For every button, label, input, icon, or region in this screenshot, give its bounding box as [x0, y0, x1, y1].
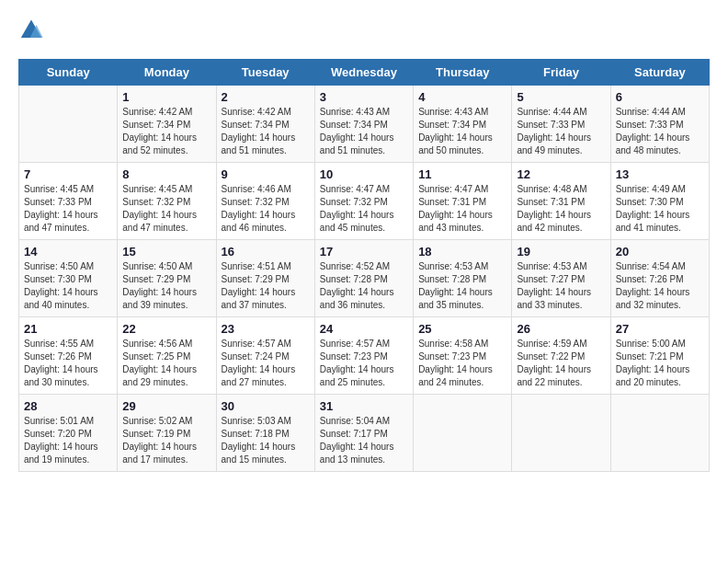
cell-details: Sunrise: 4:46 AMSunset: 7:32 PMDaylight:… [222, 183, 310, 235]
calendar-week-row: 21Sunrise: 4:55 AMSunset: 7:26 PMDayligh… [19, 317, 710, 395]
weekday-header: Tuesday [216, 60, 314, 86]
calendar-cell: 6Sunrise: 4:44 AMSunset: 7:33 PMDaylight… [610, 86, 709, 163]
cell-details: Sunrise: 4:42 AMSunset: 7:34 PMDaylight:… [122, 106, 210, 157]
calendar-cell: 17Sunrise: 4:52 AMSunset: 7:28 PMDayligh… [314, 240, 413, 317]
day-number: 22 [122, 322, 210, 336]
weekday-header: Monday [118, 60, 216, 86]
day-number: 14 [24, 245, 112, 259]
day-number: 30 [222, 399, 310, 413]
calendar-cell: 31Sunrise: 5:04 AMSunset: 7:17 PMDayligh… [314, 395, 413, 472]
calendar-cell: 27Sunrise: 5:00 AMSunset: 7:21 PMDayligh… [610, 317, 709, 395]
day-number: 3 [320, 90, 408, 104]
cell-details: Sunrise: 4:48 AMSunset: 7:31 PMDaylight:… [517, 183, 605, 235]
cell-details: Sunrise: 4:42 AMSunset: 7:34 PMDaylight:… [222, 106, 310, 157]
calendar-cell: 12Sunrise: 4:48 AMSunset: 7:31 PMDayligh… [512, 163, 610, 240]
cell-details: Sunrise: 4:53 AMSunset: 7:28 PMDaylight:… [418, 260, 506, 312]
day-number: 28 [24, 399, 112, 413]
day-number: 4 [418, 90, 506, 104]
cell-details: Sunrise: 4:49 AMSunset: 7:30 PMDaylight:… [616, 183, 704, 235]
calendar-week-row: 1Sunrise: 4:42 AMSunset: 7:34 PMDaylight… [19, 86, 710, 163]
calendar-cell: 3Sunrise: 4:43 AMSunset: 7:34 PMDaylight… [314, 86, 413, 163]
calendar-cell: 4Sunrise: 4:43 AMSunset: 7:34 PMDaylight… [414, 86, 512, 163]
calendar-table: SundayMondayTuesdayWednesdayThursdayFrid… [18, 59, 710, 472]
calendar-cell [19, 86, 118, 163]
calendar-cell: 11Sunrise: 4:47 AMSunset: 7:31 PMDayligh… [414, 163, 512, 240]
day-number: 21 [24, 322, 112, 336]
cell-details: Sunrise: 4:52 AMSunset: 7:28 PMDaylight:… [320, 260, 408, 312]
page-header [18, 18, 710, 44]
day-number: 7 [24, 167, 112, 181]
day-number: 31 [320, 399, 408, 413]
cell-details: Sunrise: 4:56 AMSunset: 7:25 PMDaylight:… [122, 338, 210, 389]
cell-details: Sunrise: 4:58 AMSunset: 7:23 PMDaylight:… [418, 338, 506, 389]
weekday-header: Saturday [610, 60, 709, 86]
calendar-week-row: 14Sunrise: 4:50 AMSunset: 7:30 PMDayligh… [19, 240, 710, 317]
day-number: 19 [517, 245, 605, 259]
day-number: 23 [222, 322, 310, 336]
weekday-header: Friday [512, 60, 610, 86]
calendar-cell: 7Sunrise: 4:45 AMSunset: 7:33 PMDaylight… [19, 163, 118, 240]
day-number: 27 [616, 322, 704, 336]
day-number: 18 [418, 245, 506, 259]
day-number: 12 [517, 167, 605, 181]
calendar-cell: 30Sunrise: 5:03 AMSunset: 7:18 PMDayligh… [216, 395, 314, 472]
calendar-cell: 19Sunrise: 4:53 AMSunset: 7:27 PMDayligh… [512, 240, 610, 317]
cell-details: Sunrise: 4:44 AMSunset: 7:33 PMDaylight:… [517, 106, 605, 157]
day-number: 8 [122, 167, 210, 181]
calendar-cell: 18Sunrise: 4:53 AMSunset: 7:28 PMDayligh… [414, 240, 512, 317]
calendar-cell [414, 395, 512, 472]
day-number: 24 [320, 322, 408, 336]
calendar-cell: 21Sunrise: 4:55 AMSunset: 7:26 PMDayligh… [19, 317, 118, 395]
calendar-cell: 20Sunrise: 4:54 AMSunset: 7:26 PMDayligh… [610, 240, 709, 317]
weekday-header: Thursday [414, 60, 512, 86]
calendar-cell: 1Sunrise: 4:42 AMSunset: 7:34 PMDaylight… [118, 86, 216, 163]
day-number: 16 [222, 245, 310, 259]
cell-details: Sunrise: 4:51 AMSunset: 7:29 PMDaylight:… [222, 260, 310, 312]
calendar-cell: 2Sunrise: 4:42 AMSunset: 7:34 PMDaylight… [216, 86, 314, 163]
calendar-week-row: 7Sunrise: 4:45 AMSunset: 7:33 PMDaylight… [19, 163, 710, 240]
calendar-cell: 5Sunrise: 4:44 AMSunset: 7:33 PMDaylight… [512, 86, 610, 163]
calendar-cell: 23Sunrise: 4:57 AMSunset: 7:24 PMDayligh… [216, 317, 314, 395]
cell-details: Sunrise: 4:43 AMSunset: 7:34 PMDaylight:… [418, 106, 506, 157]
day-number: 5 [517, 90, 605, 104]
cell-details: Sunrise: 4:43 AMSunset: 7:34 PMDaylight:… [320, 106, 408, 157]
day-number: 10 [320, 167, 408, 181]
day-number: 9 [222, 167, 310, 181]
day-number: 20 [616, 245, 704, 259]
calendar-cell [610, 395, 709, 472]
cell-details: Sunrise: 4:45 AMSunset: 7:32 PMDaylight:… [122, 183, 210, 235]
calendar-cell: 16Sunrise: 4:51 AMSunset: 7:29 PMDayligh… [216, 240, 314, 317]
day-number: 2 [222, 90, 310, 104]
cell-details: Sunrise: 4:44 AMSunset: 7:33 PMDaylight:… [616, 106, 704, 157]
day-number: 13 [616, 167, 704, 181]
day-number: 6 [616, 90, 704, 104]
weekday-header: Wednesday [314, 60, 413, 86]
calendar-week-row: 28Sunrise: 5:01 AMSunset: 7:20 PMDayligh… [19, 395, 710, 472]
cell-details: Sunrise: 5:02 AMSunset: 7:19 PMDaylight:… [122, 415, 210, 466]
calendar-cell: 25Sunrise: 4:58 AMSunset: 7:23 PMDayligh… [414, 317, 512, 395]
calendar-cell: 28Sunrise: 5:01 AMSunset: 7:20 PMDayligh… [19, 395, 118, 472]
calendar-cell: 10Sunrise: 4:47 AMSunset: 7:32 PMDayligh… [314, 163, 413, 240]
cell-details: Sunrise: 5:00 AMSunset: 7:21 PMDaylight:… [616, 338, 704, 389]
cell-details: Sunrise: 4:54 AMSunset: 7:26 PMDaylight:… [616, 260, 704, 312]
calendar-cell: 22Sunrise: 4:56 AMSunset: 7:25 PMDayligh… [118, 317, 216, 395]
day-number: 17 [320, 245, 408, 259]
calendar-cell: 14Sunrise: 4:50 AMSunset: 7:30 PMDayligh… [19, 240, 118, 317]
cell-details: Sunrise: 4:53 AMSunset: 7:27 PMDaylight:… [517, 260, 605, 312]
cell-details: Sunrise: 4:57 AMSunset: 7:23 PMDaylight:… [320, 338, 408, 389]
calendar-cell: 13Sunrise: 4:49 AMSunset: 7:30 PMDayligh… [610, 163, 709, 240]
cell-details: Sunrise: 4:50 AMSunset: 7:30 PMDaylight:… [24, 260, 112, 312]
calendar-cell [512, 395, 610, 472]
cell-details: Sunrise: 4:55 AMSunset: 7:26 PMDaylight:… [24, 338, 112, 389]
day-number: 26 [517, 322, 605, 336]
weekday-header: Sunday [19, 60, 118, 86]
calendar-cell: 9Sunrise: 4:46 AMSunset: 7:32 PMDaylight… [216, 163, 314, 240]
calendar-cell: 26Sunrise: 4:59 AMSunset: 7:22 PMDayligh… [512, 317, 610, 395]
cell-details: Sunrise: 4:47 AMSunset: 7:32 PMDaylight:… [320, 183, 408, 235]
calendar-cell: 15Sunrise: 4:50 AMSunset: 7:29 PMDayligh… [118, 240, 216, 317]
cell-details: Sunrise: 5:04 AMSunset: 7:17 PMDaylight:… [320, 415, 408, 466]
logo-icon [18, 18, 44, 44]
logo [18, 18, 48, 44]
calendar-cell: 24Sunrise: 4:57 AMSunset: 7:23 PMDayligh… [314, 317, 413, 395]
day-number: 1 [122, 90, 210, 104]
